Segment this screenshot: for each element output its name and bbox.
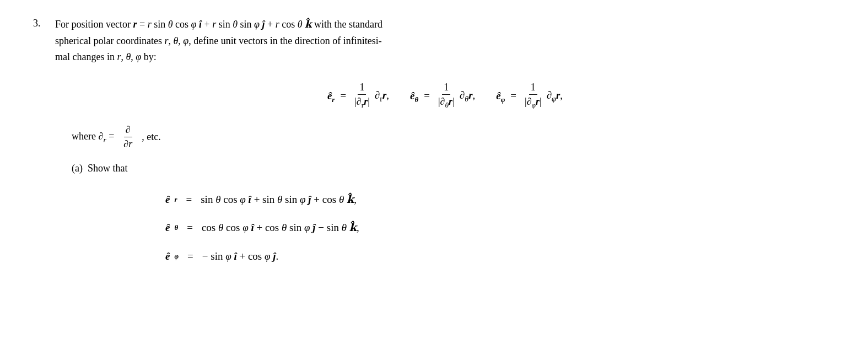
frac-1-dphi: 1 |∂φr| <box>523 81 543 110</box>
part-a-label: (a) Show that <box>72 160 835 177</box>
frac-1-dr: 1 |∂rr| <box>353 81 371 110</box>
problem-intro-line2: spherical polar coordinates r, θ, φ, def… <box>55 33 835 50</box>
show-eq-ephi: êφ = − sin φ î + cos φ ĵ. <box>165 243 835 270</box>
show-eq-er: êr = sin θ cos φ î + sin θ sin φ ĵ + cos… <box>165 186 835 213</box>
where-clause: where ∂r = ∂ ∂r , etc. <box>72 124 835 151</box>
problem-3: 3. For position vector r = r sin θ cos φ… <box>33 17 835 271</box>
etc-text: , etc. <box>142 129 160 146</box>
eq-row-main: êr = 1 |∂rr| ∂rr, êθ = <box>327 81 563 110</box>
problem-intro-line1: For position vector r = r sin θ cos φ î … <box>55 17 835 33</box>
show-that-equations: êr = sin θ cos φ î + sin θ sin φ ĵ + cos… <box>165 186 835 270</box>
problem-body: For position vector r = r sin θ cos φ î … <box>55 17 835 271</box>
e-theta-equation: êθ = 1 |∂θr| ∂θr, <box>410 81 475 110</box>
problem-number: 3. <box>33 17 48 29</box>
show-eq-etheta: êθ = cos θ cos φ î + cos θ sin φ ĵ − sin… <box>165 214 835 241</box>
definition-equations: êr = 1 |∂rr| ∂rr, êθ = <box>55 81 835 110</box>
where-text: where ∂r = <box>72 128 114 146</box>
page-content: 3. For position vector r = r sin θ cos φ… <box>33 17 835 281</box>
e-phi-equation: êφ = 1 |∂φr| ∂φr, <box>496 81 563 110</box>
problem-intro-line3: mal changes in r, θ, φ by: <box>55 49 835 66</box>
e-r-equation: êr = 1 |∂rr| ∂rr, <box>327 81 389 110</box>
frac-partial: ∂ ∂r <box>122 124 134 151</box>
frac-1-dtheta: 1 |∂θr| <box>436 81 456 110</box>
r-vector: r <box>133 19 137 30</box>
